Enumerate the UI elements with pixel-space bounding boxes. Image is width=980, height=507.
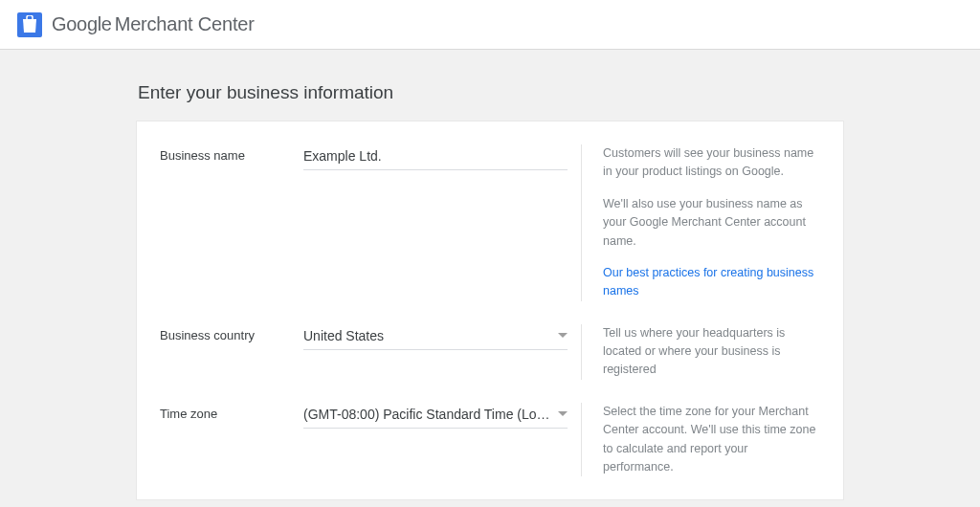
time-zone-select[interactable]: (GMT-08:00) Pacific Standard Time (Lo… bbox=[303, 403, 568, 429]
business-name-label: Business name bbox=[160, 144, 303, 301]
chevron-down-icon bbox=[558, 411, 568, 416]
business-country-label: Business country bbox=[160, 324, 303, 380]
business-country-value: United States bbox=[303, 328, 552, 343]
brand-product: Merchant Center bbox=[115, 13, 255, 35]
business-info-card: Business name Customers will see your bu… bbox=[136, 121, 844, 500]
time-zone-label: Time zone bbox=[160, 403, 303, 477]
business-name-input[interactable] bbox=[303, 144, 568, 170]
business-country-select[interactable]: United States bbox=[303, 324, 568, 350]
help-text: Select the time zone for your Merchant C… bbox=[603, 403, 820, 477]
app-title: Google Merchant Center bbox=[52, 13, 255, 35]
page-heading: Enter your business information bbox=[136, 82, 844, 103]
row-business-name: Business name Customers will see your bu… bbox=[137, 144, 843, 301]
help-text: Customers will see your business name in… bbox=[603, 144, 820, 182]
business-name-help: Customers will see your business name in… bbox=[581, 144, 820, 301]
help-text: We'll also use your business name as you… bbox=[603, 195, 820, 251]
merchant-center-logo-icon bbox=[17, 12, 42, 37]
app-header: Google Merchant Center bbox=[0, 0, 980, 50]
best-practices-link[interactable]: Our best practices for creating business… bbox=[603, 266, 813, 298]
brand-google: Google bbox=[52, 13, 112, 34]
business-country-help: Tell us where your headquarters is locat… bbox=[581, 324, 820, 380]
time-zone-value: (GMT-08:00) Pacific Standard Time (Lo… bbox=[303, 407, 552, 422]
row-time-zone: Time zone (GMT-08:00) Pacific Standard T… bbox=[137, 403, 843, 477]
time-zone-help: Select the time zone for your Merchant C… bbox=[581, 403, 820, 477]
help-text: Tell us where your headquarters is locat… bbox=[603, 324, 820, 380]
chevron-down-icon bbox=[558, 333, 568, 338]
row-business-country: Business country United States Tell us w… bbox=[137, 324, 843, 380]
